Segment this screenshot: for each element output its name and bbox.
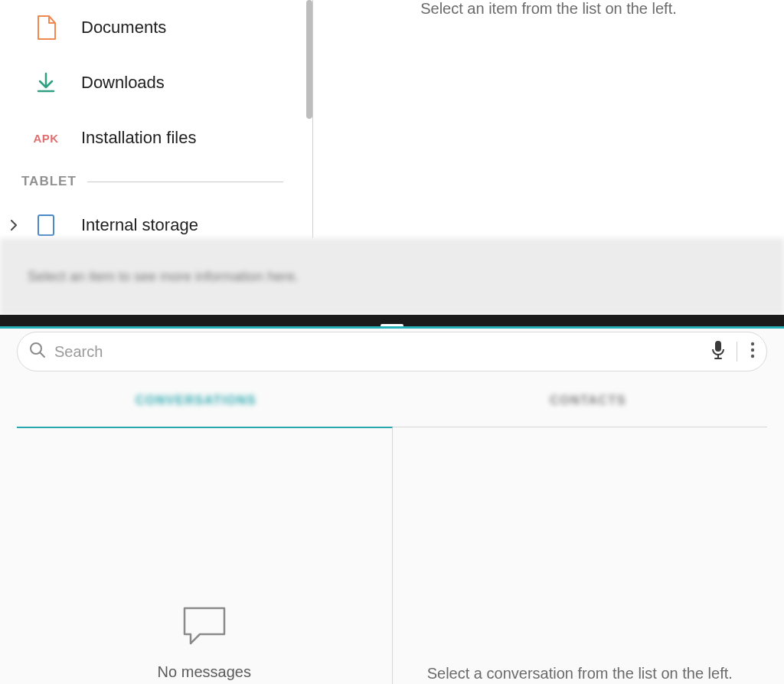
chat-bubble-icon	[181, 605, 227, 650]
split-screen-divider[interactable]	[0, 315, 784, 326]
tab-contacts[interactable]: CONTACTS	[392, 375, 784, 427]
scrollbar-thumb[interactable]	[306, 0, 312, 119]
messages-body: No messages Select a conversation from t…	[17, 427, 767, 684]
sidebar-item-internal-storage[interactable]: Internal storage	[0, 198, 305, 238]
messages-app: CONVERSATIONS CONTACTS No messages Selec…	[0, 326, 784, 684]
info-bar: Select an item to see more information h…	[0, 238, 784, 315]
conversation-detail: Select a conversation from the list on t…	[393, 427, 768, 684]
mic-icon[interactable]	[710, 340, 726, 363]
sidebar-item-label: Installation files	[81, 128, 196, 148]
apk-icon: APK	[31, 132, 61, 145]
info-bar-text: Select an item to see more information h…	[28, 269, 299, 285]
more-icon[interactable]	[750, 341, 756, 362]
sidebar-item-downloads[interactable]: Downloads	[0, 55, 305, 110]
svg-rect-3	[715, 341, 721, 352]
divider	[87, 182, 283, 182]
search-bar[interactable]	[17, 332, 767, 371]
conversation-prompt: Select a conversation from the list on t…	[427, 665, 733, 682]
divider	[737, 342, 737, 362]
search-input[interactable]	[54, 343, 706, 361]
sidebar-item-documents[interactable]: Documents	[0, 0, 305, 55]
sidebar-item-label: Downloads	[81, 73, 165, 93]
sidebar-item-label: Internal storage	[81, 215, 198, 235]
storage-icon	[31, 214, 61, 237]
file-manager-sidebar[interactable]: Documents Downloads APK	[0, 0, 313, 238]
tab-conversations[interactable]: CONVERSATIONS	[0, 375, 392, 427]
tab-bar: CONVERSATIONS CONTACTS	[0, 375, 784, 427]
sidebar-item-label: Documents	[81, 18, 166, 38]
tab-label: CONTACTS	[550, 394, 626, 407]
svg-point-7	[751, 349, 754, 352]
svg-line-2	[40, 352, 44, 357]
file-manager-main: Documents Downloads APK	[0, 0, 784, 238]
detail-prompt: Select an item from the list on the left…	[420, 0, 677, 238]
conversation-list: No messages	[17, 427, 393, 684]
search-icon[interactable]	[28, 341, 47, 362]
svg-rect-0	[38, 215, 54, 235]
svg-point-6	[751, 342, 754, 345]
file-detail-pane: Select an item from the list on the left…	[313, 0, 784, 238]
file-manager-app: Documents Downloads APK	[0, 0, 784, 315]
empty-state-text: No messages	[158, 663, 251, 681]
chevron-right-icon[interactable]	[8, 219, 20, 231]
download-icon	[31, 72, 61, 93]
sidebar-item-installation-files[interactable]: APK Installation files	[0, 110, 305, 165]
sidebar-section-title: TABLET	[21, 174, 77, 189]
tab-label: CONVERSATIONS	[136, 394, 256, 407]
document-icon	[31, 15, 61, 40]
sidebar-section-tablet: TABLET	[0, 165, 305, 198]
svg-point-8	[751, 355, 754, 358]
search-bar-container	[0, 329, 784, 371]
